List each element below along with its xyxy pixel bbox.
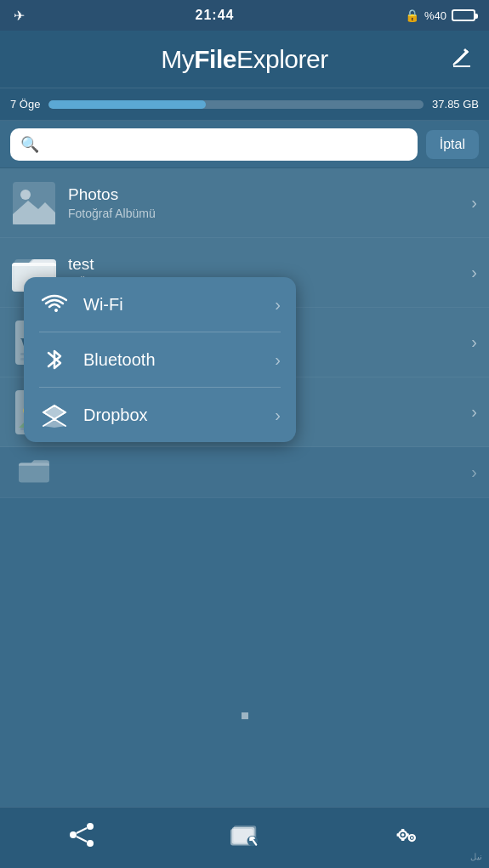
cancel-button[interactable]: İptal <box>426 130 479 159</box>
svg-rect-38 <box>401 828 405 831</box>
storage-track <box>48 100 424 109</box>
battery-percent: %40 <box>424 9 446 22</box>
svg-point-37 <box>411 837 413 839</box>
share-base-folder-icon <box>15 457 53 488</box>
share-icon <box>68 821 95 848</box>
storage-item-count: 7 Öge <box>10 98 40 111</box>
svg-point-35 <box>401 833 405 837</box>
dropdown-item-dropbox[interactable]: Dropbox › <box>24 388 296 442</box>
svg-rect-20 <box>19 462 49 482</box>
search-bar: 🔍 İptal <box>0 121 489 168</box>
svg-rect-39 <box>401 838 405 841</box>
scroll-indicator <box>242 712 248 719</box>
svg-point-25 <box>70 831 77 838</box>
photos-meta: Fotoğraf Albümü <box>68 207 471 220</box>
file-list-area: Photos Fotoğraf Albümü › test 1 Öge › <box>0 168 489 498</box>
share-dropdown: Wi-Fi › Bluetooth › <box>24 277 296 442</box>
lock-icon: 🔒 <box>405 9 419 22</box>
jpg-chevron: › <box>471 402 477 422</box>
dropdown-item-wifi[interactable]: Wi-Fi › <box>24 277 296 332</box>
share-base-chevron: › <box>471 462 477 482</box>
watermark: نیل <box>470 852 482 861</box>
svg-rect-41 <box>407 833 409 837</box>
dropbox-icon <box>39 400 70 430</box>
app-header: MyFileExplorer <box>0 31 489 88</box>
title-my: My <box>161 45 194 73</box>
photos-icon <box>13 182 55 224</box>
share-row-wrap: › Wi-Fi › <box>0 447 489 498</box>
wifi-chevron: › <box>275 295 281 315</box>
svg-rect-40 <box>397 833 400 837</box>
files-button[interactable] <box>219 814 270 856</box>
dropbox-chevron: › <box>275 406 281 425</box>
airplane-icon: ✈ <box>14 8 25 24</box>
search-input-wrap[interactable]: 🔍 <box>10 128 418 161</box>
settings-icon <box>394 821 421 848</box>
photos-name: Photos <box>68 185 471 204</box>
file-item-photos[interactable]: Photos Fotoğraf Albümü › <box>0 168 489 238</box>
search-icon: 🔍 <box>20 135 39 154</box>
dropbox-label: Dropbox <box>83 406 148 425</box>
share-button[interactable] <box>56 814 107 856</box>
svg-point-24 <box>87 823 94 830</box>
photos-info: Photos Fotoğraf Albümü <box>68 185 471 220</box>
battery-icon <box>452 9 475 21</box>
bluetooth-label: Bluetooth <box>83 350 156 370</box>
bluetooth-chevron: › <box>275 350 281 370</box>
storage-fill <box>48 100 206 109</box>
folder-name: test <box>68 255 471 274</box>
photos-icon-wrap <box>12 181 56 225</box>
svg-line-27 <box>77 828 87 833</box>
app-title: MyFileExplorer <box>161 45 327 74</box>
storage-size: 37.85 GB <box>432 98 479 111</box>
photos-chevron: › <box>471 193 477 213</box>
files-icon <box>230 821 258 848</box>
file-item-share-base: › <box>0 447 489 498</box>
edit-button[interactable] <box>450 45 474 74</box>
bottom-toolbar <box>0 807 489 868</box>
wifi-label: Wi-Fi <box>83 295 123 315</box>
status-left: ✈ <box>14 8 25 24</box>
svg-point-2 <box>20 190 31 200</box>
title-file: File <box>194 45 236 73</box>
title-explorer: Explorer <box>236 45 328 73</box>
bluetooth-icon <box>39 344 70 375</box>
wifi-icon <box>39 289 70 320</box>
doc-chevron: › <box>471 332 477 352</box>
svg-line-28 <box>77 837 87 842</box>
storage-bar: 7 Öge 37.85 GB <box>0 88 489 121</box>
time-display: 21:44 <box>196 8 235 23</box>
svg-point-26 <box>87 840 94 847</box>
status-right: 🔒 %40 <box>405 9 475 22</box>
folder-chevron: › <box>471 263 477 282</box>
search-input[interactable] <box>44 137 407 151</box>
dropdown-item-bluetooth[interactable]: Bluetooth › <box>24 332 296 387</box>
settings-button[interactable] <box>382 814 433 856</box>
status-bar: ✈ 21:44 🔒 %40 <box>0 0 489 31</box>
share-base-icon <box>12 451 56 495</box>
